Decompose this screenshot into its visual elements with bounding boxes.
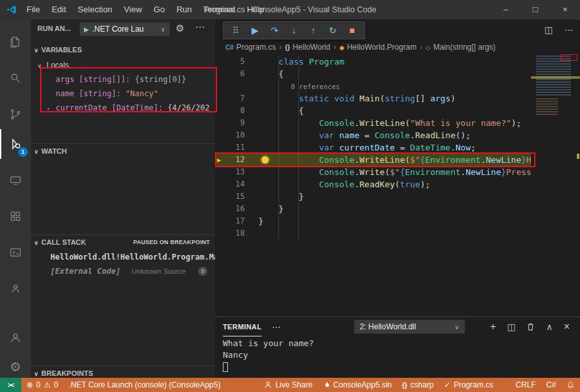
maximize-button[interactable]: □ (521, 0, 550, 19)
kill-terminal-icon[interactable] (526, 322, 535, 331)
sidebar-item-accounts[interactable] (0, 323, 31, 353)
line-number[interactable]: 6 (215, 68, 245, 80)
line-number[interactable]: 17 (215, 215, 245, 227)
watch-section-header[interactable]: ∨WATCH (31, 143, 215, 158)
menu-view[interactable]: View (118, 0, 148, 19)
line-content[interactable]: Console.Write($"{Environment.NewLine}Pre… (245, 166, 532, 178)
new-terminal-icon[interactable]: + (490, 321, 496, 333)
line-content[interactable]: { (245, 105, 304, 117)
line-content[interactable]: var currentDate = DateTime.Now; (245, 141, 476, 154)
line-number[interactable]: 7 (215, 92, 245, 105)
line-number[interactable]: 16 (215, 203, 245, 215)
eol-status[interactable]: CRLF (510, 378, 541, 392)
codelens-references[interactable]: 0 references (258, 83, 340, 90)
sidebar-item-source-control[interactable] (0, 99, 31, 129)
remote-indicator[interactable]: >< (0, 378, 21, 392)
menu-terminal[interactable]: Terminal (198, 0, 241, 19)
line-content[interactable]: Console.WriteLine($"{Environment.NewLine… (245, 154, 532, 166)
variable-row[interactable]: name [string]: "Nancy" (31, 87, 215, 101)
tab-terminal[interactable]: TERMINAL (223, 317, 262, 336)
sidebar-item-extensions[interactable] (0, 201, 31, 231)
line-number[interactable]: 18 (215, 227, 245, 240)
sidebar-item-live-share[interactable] (0, 274, 31, 304)
line-content[interactable]: static void Main(string[] args) (245, 92, 455, 105)
start-debug-icon[interactable]: ▶ (84, 26, 89, 33)
line-content[interactable]: Console.WriteLine("What is your name?"); (245, 117, 521, 129)
line-content[interactable]: } (245, 191, 304, 203)
line-number[interactable]: 15 (215, 191, 245, 203)
split-terminal-icon[interactable]: ◫ (507, 322, 515, 332)
menu-go[interactable]: Go (148, 0, 171, 19)
sidebar-item-explorer[interactable] (0, 27, 31, 57)
close-panel-icon[interactable]: × (564, 321, 570, 333)
language-server-status[interactable]: {} csharp (397, 378, 439, 392)
line-number[interactable]: 8 (215, 105, 245, 117)
breadcrumb-method[interactable]: ◇ Main(string[] args) (426, 43, 495, 52)
language-mode-status[interactable]: C# (541, 378, 561, 392)
notifications-bell[interactable] (561, 378, 580, 392)
more-actions-icon[interactable]: ⋯ (564, 25, 574, 35)
line-number[interactable]: 13 (215, 166, 245, 178)
breadcrumb-file[interactable]: C# Program.cs (225, 43, 276, 52)
line-content[interactable]: class Program (245, 56, 344, 68)
locals-scope[interactable]: ∨Locals (37, 58, 69, 72)
sidebar-item-search[interactable] (0, 63, 31, 93)
step-over-button[interactable]: ↷ (266, 23, 283, 38)
split-editor-icon[interactable]: ◫ (544, 25, 553, 35)
terminal-output[interactable]: What is your name?Nancy (215, 336, 580, 378)
live-share-status[interactable]: Live Share (259, 378, 317, 392)
variable-name: name [string]: (56, 89, 125, 98)
stop-button[interactable]: ■ (344, 23, 360, 38)
drag-handle[interactable]: ⠿ (227, 23, 244, 38)
sidebar-item-run-debug[interactable]: 1 (0, 129, 31, 159)
more-actions-icon[interactable]: ⋯ (195, 21, 205, 33)
configure-gear-icon[interactable]: ⚙ (176, 23, 184, 34)
line-number[interactable]: 10 (215, 129, 245, 141)
call-stack-frame-external[interactable]: [External Code] Unknown Source 0 (31, 264, 215, 278)
breadcrumb-namespace[interactable]: {} HelloWorld (285, 43, 330, 52)
continue-button[interactable]: ▶ (247, 23, 264, 38)
launch-config-dropdown[interactable]: ▶ .NET Core Lau ∨ (79, 22, 170, 36)
line-number[interactable]: 14 (215, 178, 245, 191)
step-out-button[interactable]: ↑ (305, 23, 322, 38)
line-content[interactable]: 0 references (245, 80, 340, 92)
chevron-down-icon: ∨ (37, 59, 47, 73)
line-content[interactable]: } (245, 215, 264, 227)
close-button[interactable]: × (550, 0, 580, 19)
menu-help[interactable]: Help (241, 0, 270, 19)
call-stack-section-header[interactable]: ∨CALL STACK PAUSED ON BREAKPOINT (31, 234, 215, 249)
sidebar-item-remote-explorer[interactable] (0, 165, 31, 195)
menu-run[interactable]: Run (171, 0, 198, 19)
menu-edit[interactable]: Edit (46, 0, 72, 19)
variable-row[interactable]: args [string[]]: {string[0]} (31, 72, 215, 87)
variable-row[interactable]: ›currentDate [DateTime]: {4/26/202 (31, 101, 215, 115)
breadcrumb-class[interactable]: ◆ HelloWorld.Program (339, 43, 417, 52)
solution-status[interactable]: ConsoleApp5.sln (318, 378, 397, 392)
line-number[interactable] (215, 80, 245, 92)
problems-status[interactable]: ⊗0 ⚠0 (21, 378, 63, 392)
step-into-button[interactable]: ↓ (285, 23, 302, 38)
line-content[interactable]: } (245, 203, 284, 215)
restart-button[interactable]: ↻ (324, 23, 341, 38)
more-actions-icon[interactable]: ⋯ (272, 317, 281, 336)
chevron-right-icon: › (333, 43, 336, 52)
debug-config-status[interactable]: .NET Core Launch (console) (ConsoleApp5) (63, 378, 225, 392)
line-content[interactable]: var name = Console.ReadLine(); (245, 129, 471, 141)
sidebar-item-remote-window[interactable] (0, 238, 31, 267)
minimize-button[interactable]: – (491, 0, 521, 19)
maximize-panel-icon[interactable]: ∧ (546, 322, 552, 332)
file-check-status[interactable]: ✓ Program.cs (439, 378, 498, 392)
line-number[interactable]: 5 (215, 56, 245, 68)
line-number[interactable]: 9 (215, 117, 245, 129)
line-number[interactable]: 11 (215, 141, 245, 154)
lightbulb-icon[interactable] (262, 156, 269, 163)
minimap[interactable] (531, 53, 580, 247)
menu-selection[interactable]: Selection (72, 0, 118, 19)
variables-section-header[interactable]: ∨VARIABLES (31, 43, 215, 57)
line-content[interactable]: Console.ReadKey(true); (245, 178, 430, 191)
terminal-instance-dropdown[interactable]: 2: HelloWorld.dll ∨ (354, 320, 465, 334)
line-content[interactable]: { (245, 68, 284, 80)
menu-file[interactable]: File (21, 0, 46, 19)
call-stack-frame[interactable]: HelloWorld.dll!HelloWorld.Program.Ma (31, 250, 215, 264)
line-content[interactable] (245, 227, 258, 240)
